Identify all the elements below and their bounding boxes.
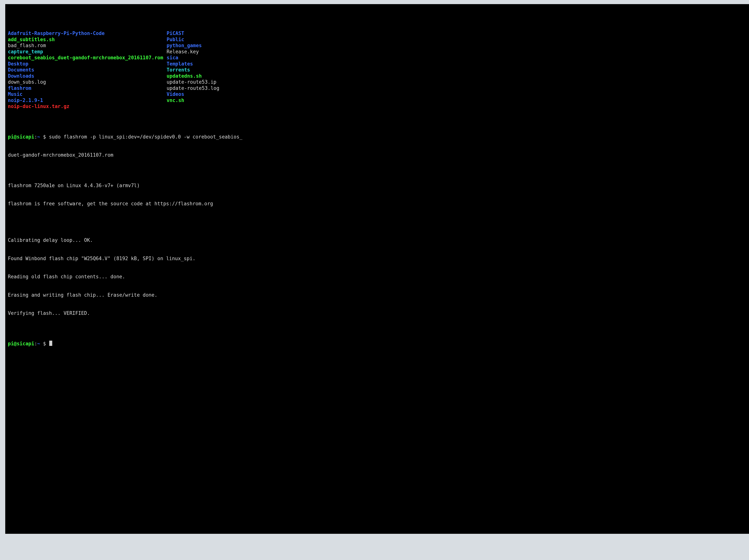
terminal-window[interactable]: Adafruit-Raspberry-Pi-Python-Code add_su… [5, 4, 749, 534]
screen: Adafruit-Raspberry-Pi-Python-Code add_su… [0, 0, 749, 560]
ls-entry: updatedns.sh [167, 73, 219, 79]
prompt-path: ~ [37, 341, 40, 346]
output-line: flashrom 7250a1e on Linux 4.4.36-v7+ (ar… [8, 182, 746, 189]
command-text: sudo flashrom -p linux_spi:dev=/dev/spid… [49, 134, 242, 140]
ls-entry: add_subtitles.sh [8, 37, 163, 43]
ls-entry: flashrom [8, 85, 163, 91]
ls-column-right: PiCAST Public python_games Release.key s… [167, 30, 219, 110]
command-line: pi@sicapi:~ $ sudo flashrom -p linux_spi… [8, 134, 746, 140]
prompt-path: ~ [37, 134, 40, 140]
ls-entry: noip-2.1.9-1 [8, 97, 163, 104]
ls-entry: python_games [167, 43, 219, 49]
ls-entry: sica [167, 55, 219, 61]
output-line: Reading old flash chip contents... done. [8, 274, 746, 280]
ls-entry: Desktop [8, 61, 163, 67]
prompt-user: pi@sicapi [8, 341, 34, 346]
ls-entry: coreboot_seabios_duet-gandof-mrchromebox… [8, 55, 163, 61]
ls-entry: noip-duc-linux.tar.gz [8, 103, 163, 110]
ls-entry: vnc.sh [167, 97, 219, 104]
prompt-sigil: $ [40, 134, 49, 140]
output-line: Erasing and writing flash chip... Erase/… [8, 292, 746, 298]
prompt-line[interactable]: pi@sicapi:~ $ [8, 341, 746, 347]
ls-entry: bad_flash.rom [8, 43, 163, 49]
ls-entry: Torrents [167, 67, 219, 73]
ls-entry: update-route53.ip [167, 79, 219, 85]
ls-entry: Videos [167, 91, 219, 97]
ls-column-left: Adafruit-Raspberry-Pi-Python-Code add_su… [8, 30, 163, 110]
prompt-sep: : [34, 134, 37, 140]
ls-output: Adafruit-Raspberry-Pi-Python-Code add_su… [8, 30, 746, 110]
output-line: Calibrating delay loop... OK. [8, 237, 746, 243]
prompt-user: pi@sicapi [8, 134, 34, 140]
ls-entry: Templates [167, 61, 219, 67]
cursor-icon [49, 341, 52, 346]
prompt-sep: : [34, 341, 37, 346]
ls-entry: PiCAST [167, 30, 219, 37]
ls-entry: Music [8, 91, 163, 97]
ls-entry: capture_temp [8, 49, 163, 55]
ls-entry: down_subs.log [8, 79, 163, 85]
command-text-wrap: duet-gandof-mrchromebox_20161107.rom [8, 152, 746, 158]
output-line: Found Winbond flash chip "W25Q64.V" (819… [8, 255, 746, 262]
ls-entry: Release.key [167, 49, 219, 55]
ls-entry: update-route53.log [167, 85, 219, 91]
ls-entry: Public [167, 37, 219, 43]
ls-entry: Adafruit-Raspberry-Pi-Python-Code [8, 30, 163, 37]
ls-entry: Downloads [8, 73, 163, 79]
output-line: Verifying flash... VERIFIED. [8, 310, 746, 316]
prompt-sigil: $ [40, 341, 49, 346]
ls-entry: Documents [8, 67, 163, 73]
output-blank [8, 219, 746, 225]
output-line: flashrom is free software, get the sourc… [8, 201, 746, 207]
